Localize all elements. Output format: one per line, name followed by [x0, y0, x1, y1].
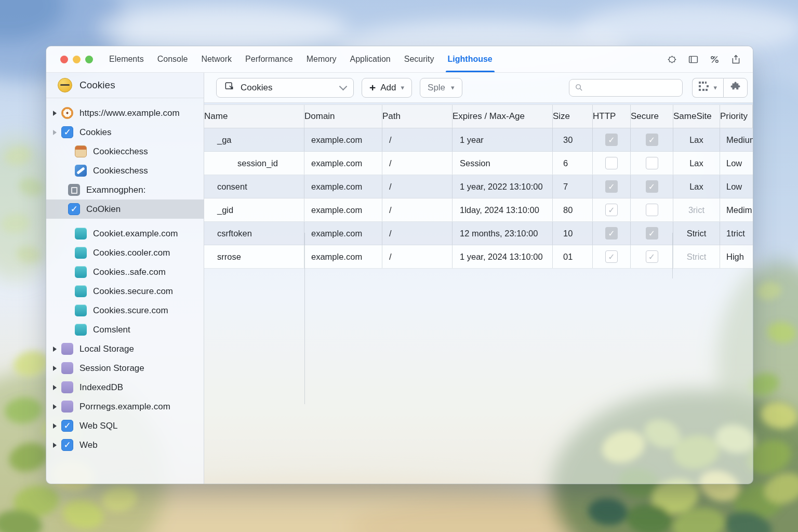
column-header[interactable]: Name	[204, 105, 304, 128]
tree-item[interactable]: Web	[46, 435, 204, 455]
experiments-icon[interactable]	[709, 54, 720, 65]
tree-item[interactable]: IndexedDB	[46, 378, 204, 397]
cookie-path: /	[382, 245, 453, 268]
extensions-button[interactable]	[723, 78, 748, 98]
tree-item[interactable]: Examnogphen:	[46, 180, 204, 200]
http-only-checkbox[interactable]	[605, 204, 618, 216]
tree-item-label: IndexedDB	[79, 382, 123, 393]
devtools-tab[interactable]: Network	[194, 46, 238, 72]
expand-arrow-icon[interactable]	[51, 443, 60, 448]
devtools-tab[interactable]: Memory	[300, 46, 343, 72]
export-icon[interactable]	[730, 54, 741, 65]
cookie-row[interactable]: consent example.com / 1 year, 2022 13:10…	[204, 175, 753, 198]
tree-item-icon	[75, 266, 87, 278]
tree-item-label: Cookiecchess	[93, 147, 148, 157]
tree-item-icon	[61, 439, 73, 451]
secure-checkbox[interactable]	[646, 204, 658, 216]
tree-item[interactable]: CoOkien	[46, 200, 204, 219]
expand-arrow-icon[interactable]	[51, 385, 60, 390]
minimize-button[interactable]	[73, 56, 81, 63]
cookie-row[interactable]: srrose example.com / 1 year, 2024 13:10:…	[204, 245, 753, 269]
devtools-tab[interactable]: Elements	[102, 46, 151, 72]
tree-item[interactable]: Cookies..safe.com	[46, 262, 204, 282]
search-box[interactable]	[569, 79, 683, 97]
secure-checkbox[interactable]	[646, 227, 658, 240]
dock-side-icon[interactable]	[688, 54, 699, 65]
http-only-checkbox[interactable]	[605, 157, 618, 169]
layout-grid-button[interactable]: ▾	[692, 78, 723, 98]
tree-item[interactable]: Session Storage	[46, 358, 204, 378]
column-header[interactable]: SameSite	[673, 105, 720, 128]
column-header[interactable]: Priority	[720, 105, 753, 128]
devtools-tab[interactable]: Application	[343, 46, 397, 72]
tree-item-icon	[75, 324, 87, 336]
expand-arrow-icon[interactable]	[51, 111, 60, 116]
column-header[interactable]: Secure	[631, 105, 673, 128]
cookie-row[interactable]: _ga example.com / 1 year 30 Lax Medium	[204, 128, 753, 152]
tree-item[interactable]: Comslent	[46, 320, 204, 339]
secure-checkbox[interactable]	[646, 180, 658, 193]
column-header[interactable]: Path	[382, 105, 453, 128]
view-options-group: ▾	[692, 78, 748, 98]
cast-icon[interactable]	[667, 54, 677, 65]
cookie-domain: example.com	[304, 128, 382, 151]
search-input[interactable]	[583, 83, 677, 92]
http-only-checkbox[interactable]	[605, 180, 618, 193]
expand-arrow-icon[interactable]	[51, 130, 60, 135]
expand-arrow-icon[interactable]	[51, 366, 60, 371]
secure-checkbox[interactable]	[646, 157, 658, 169]
column-header[interactable]: HTTP	[593, 105, 631, 128]
http-only-checkbox[interactable]	[605, 250, 618, 263]
tree-item-label: CoOkien	[86, 204, 121, 215]
storage-tree: https://www.example.com Cookies Cookiecc…	[46, 98, 204, 455]
column-header[interactable]: Size	[553, 105, 593, 128]
expand-arrow-icon[interactable]	[51, 423, 60, 429]
devtools-tab[interactable]: Security	[397, 46, 441, 72]
tree-item[interactable]: Cookiecchess	[46, 142, 204, 161]
tree-item-icon	[68, 203, 80, 215]
column-header[interactable]: Domain	[304, 105, 382, 128]
tree-item[interactable]: Cookieschess	[46, 161, 204, 180]
column-header[interactable]: Expires / Max-Age	[453, 105, 553, 128]
tree-item[interactable]: Local Storage	[46, 339, 204, 358]
http-only-checkbox[interactable]	[605, 227, 618, 240]
tree-item[interactable]: Cookies.scure.com	[46, 301, 204, 320]
tree-item[interactable]: Cookies.secure.com	[46, 282, 204, 301]
cookie-size: 30	[553, 128, 593, 151]
close-button[interactable]	[60, 56, 68, 63]
tree-item[interactable]: Cookiet.example.com	[46, 224, 204, 243]
tree-item[interactable]: Cookies	[46, 123, 204, 142]
store-select-value: Cookies	[241, 83, 272, 93]
tree-item-label: Cookies.secure.com	[93, 286, 173, 297]
devtools-tab[interactable]: Console	[151, 46, 195, 72]
secure-checkbox[interactable]	[646, 250, 658, 263]
expand-arrow-icon[interactable]	[51, 347, 60, 352]
zoom-button[interactable]	[85, 56, 93, 63]
cookie-path: /	[382, 152, 453, 175]
secure-checkbox[interactable]	[646, 134, 658, 146]
frame-icon	[224, 81, 234, 94]
devtools-tab[interactable]: Lighthouse	[441, 46, 499, 72]
tree-item[interactable]: Porrnegs.example.com	[46, 397, 204, 416]
cookie-samesite: Lax	[689, 182, 703, 192]
cookie-store-select[interactable]: Cookies	[216, 78, 354, 98]
chevron-down-icon: ▾	[451, 84, 455, 91]
add-cookie-button[interactable]: + Add ▾	[362, 78, 412, 98]
cookie-samesite: 3rict	[688, 205, 704, 215]
sple-button[interactable]: Sple ▾	[420, 78, 462, 98]
tree-item-icon	[61, 420, 73, 432]
cookie-priority: 1trict	[720, 222, 753, 245]
cookie-expires: 1 year	[453, 128, 553, 151]
tree-item-icon	[68, 184, 80, 196]
tree-item[interactable]: Web SQL	[46, 416, 204, 435]
cookie-row[interactable]: csrftoken example.com / 12 months, 23:10…	[204, 222, 753, 245]
tree-item[interactable]: Cookies.cooler.com	[46, 243, 204, 262]
cookie-row[interactable]: _gid example.com / 1lday, 2024 13:10:00 …	[204, 198, 753, 222]
tree-item-label: Cookies..safe.com	[93, 267, 166, 277]
cookie-row[interactable]: session_id example.com / Session 6 Lax L…	[204, 152, 753, 175]
cookie-samesite: Strict	[687, 229, 707, 238]
http-only-checkbox[interactable]	[605, 134, 618, 146]
expand-arrow-icon[interactable]	[51, 404, 60, 409]
tree-item[interactable]: https://www.example.com	[46, 103, 204, 123]
devtools-tab[interactable]: Performance	[238, 46, 300, 72]
